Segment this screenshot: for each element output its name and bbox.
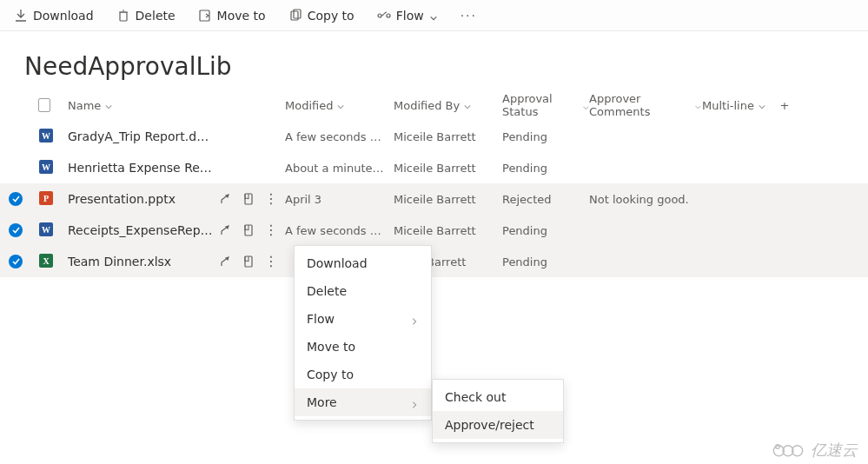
watermark-logo-icon [771,441,805,460]
ctx-flow[interactable]: Flow [295,305,431,333]
ctx-approve-reject[interactable]: Approve/reject [433,411,563,439]
file-name[interactable]: Team Dinner.xlsx [68,255,215,268]
modified-cell: A few seconds ago [285,224,394,237]
move-to-label: Move to [217,9,266,23]
chevron-right-icon [410,315,419,323]
chevron-down-icon [463,101,472,109]
flow-label: Flow [396,9,424,23]
file-name[interactable]: Receipts_ExpenseReport … [68,223,215,237]
ctx-move-to[interactable]: Move to [295,333,431,361]
column-header-name[interactable]: Name [68,99,285,112]
ctx-download[interactable]: Download [295,249,431,277]
column-header-comments[interactable]: Approver Comments [589,92,702,118]
column-header-approval[interactable]: Approval Status [502,92,589,118]
approval-status-cell: Pending [502,162,589,175]
chevron-right-icon [410,398,419,407]
modified-by-cell: Miceile Barrett [394,224,502,237]
copy-to-icon [288,9,302,23]
bookmark-icon[interactable] [242,255,255,268]
page-title: NeedApprovalLib [0,31,868,89]
column-header-modified[interactable]: Modified [285,99,394,112]
file-name[interactable]: Henrietta Expense Report.docx [68,161,215,175]
chevron-down-icon [582,101,589,109]
chevron-down-icon [336,101,345,109]
watermark: 亿速云 [771,440,858,461]
modified-by-cell: Miceile Barrett [394,162,502,175]
column-header-type[interactable] [38,98,68,112]
command-bar: Download Delete Move to Copy to Flow ··· [0,0,868,31]
file-name[interactable]: GradyA_Trip Report.docx [68,129,215,143]
share-icon[interactable] [219,255,233,268]
ctx-more[interactable]: More [295,388,431,416]
table-row[interactable]: Henrietta Expense Report.docx⋮About a mi… [0,152,868,183]
selected-check-icon[interactable] [9,223,23,237]
column-header-multiline[interactable]: Multi-line [702,99,772,112]
selected-check-icon[interactable] [9,192,23,206]
flow-button[interactable]: Flow [370,5,445,26]
share-icon[interactable] [219,223,233,237]
table-row[interactable]: GradyA_Trip Report.docx⋮A few seconds ag… [0,121,868,152]
overflow-menu-button[interactable]: ··· [454,5,484,26]
file-name[interactable]: Presentation.pptx [68,192,215,206]
modified-cell: A few seconds ago [285,130,394,143]
ctx-delete[interactable]: Delete [295,277,431,305]
flow-icon [377,9,391,23]
copy-to-button[interactable]: Copy to [282,5,361,26]
chevron-down-icon [429,11,438,20]
context-menu: Download Delete Flow Move to Copy to Mor… [294,245,432,421]
file-type-icon [38,128,54,143]
file-type-icon [38,190,54,206]
delete-label: Delete [136,9,176,23]
approval-status-cell: Pending [502,130,589,143]
bookmark-icon[interactable] [242,223,255,237]
approver-comments-cell: Not looking good. [589,193,702,206]
move-to-button[interactable]: Move to [191,5,273,26]
modified-by-cell: Miceile Barrett [394,130,502,143]
column-header-row: Name Modified Modified By Approval Statu… [0,89,868,121]
column-header-modifiedby[interactable]: Modified By [394,99,502,112]
delete-button[interactable]: Delete [109,5,182,26]
copy-to-label: Copy to [308,9,354,23]
modified-by-cell: Miceile Barrett [394,193,502,206]
modified-cell: About a minute ago [285,162,394,175]
add-column-button[interactable]: + [772,99,798,112]
table-row[interactable]: Receipts_ExpenseReport …⋮A few seconds a… [0,215,868,246]
file-type-icon [38,222,54,237]
bookmark-icon[interactable] [242,192,255,206]
selected-check-icon[interactable] [9,255,23,268]
ctx-check-out[interactable]: Check out [433,383,563,411]
table-row[interactable]: Presentation.pptx⋮April 3Miceile Barrett… [0,183,868,215]
table-row[interactable]: Team Dinner.xlsx⋮iceile BarrettPending [0,246,868,277]
share-icon[interactable] [219,192,233,206]
approval-status-cell: Pending [502,224,589,237]
watermark-text: 亿速云 [811,440,858,461]
file-type-icon [38,159,54,175]
chevron-down-icon [104,101,113,109]
chevron-down-icon [694,101,702,109]
approval-status-cell: Pending [502,255,589,268]
ctx-copy-to[interactable]: Copy to [295,361,431,388]
move-to-icon [198,9,212,23]
modified-cell: April 3 [285,193,394,206]
file-type-icon [38,253,54,268]
delete-icon [116,9,130,23]
document-list: Name Modified Modified By Approval Statu… [0,89,868,277]
context-submenu-more: Check out Approve/reject [432,379,564,443]
file-type-icon [38,98,50,112]
approval-status-cell: Rejected [502,193,589,206]
chevron-down-icon [758,101,766,109]
download-button[interactable]: Download [7,5,101,26]
download-icon [14,9,28,23]
download-label: Download [33,9,94,23]
row-overflow-button[interactable]: ⋮ [264,255,278,268]
row-overflow-button[interactable]: ⋮ [264,223,278,237]
row-overflow-button[interactable]: ⋮ [264,192,278,206]
